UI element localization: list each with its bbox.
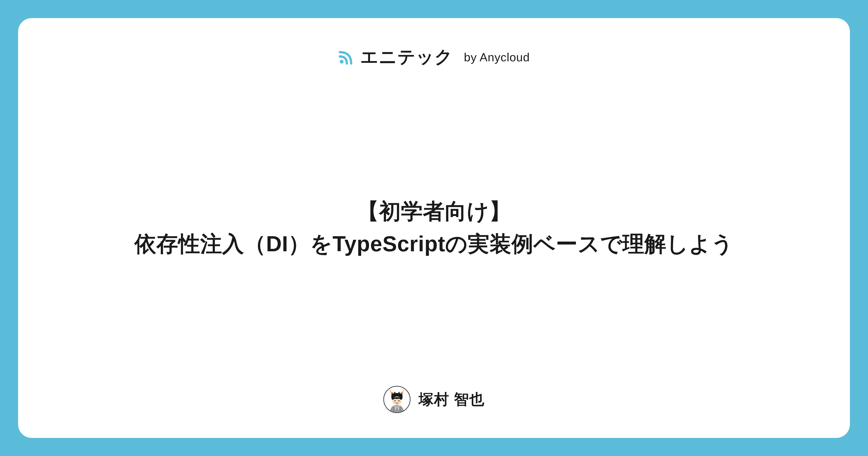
svg-point-0 — [340, 60, 344, 63]
svg-point-6 — [395, 400, 396, 401]
svg-point-3 — [398, 392, 400, 393]
avatar — [383, 386, 410, 413]
brand-suffix: by Anycloud — [464, 51, 530, 64]
title-container: 【初学者向け】 依存性注入（DI）をTypeScriptの実装例ベースで理解しよ… — [41, 69, 827, 386]
svg-point-2 — [394, 392, 395, 393]
author-section: 塚村 智也 — [383, 386, 485, 413]
title-line-1: 【初学者向け】 — [357, 195, 511, 228]
svg-point-7 — [398, 400, 399, 401]
title-line-2: 依存性注入（DI）をTypeScriptの実装例ベースで理解しよう — [134, 228, 734, 260]
rss-icon — [338, 49, 354, 65]
header: エニテック by Anycloud — [338, 45, 530, 69]
brand-name: エニテック — [360, 45, 453, 69]
author-name: 塚村 智也 — [418, 389, 485, 410]
content-card: エニテック by Anycloud 【初学者向け】 依存性注入（DI）をType… — [18, 18, 850, 438]
